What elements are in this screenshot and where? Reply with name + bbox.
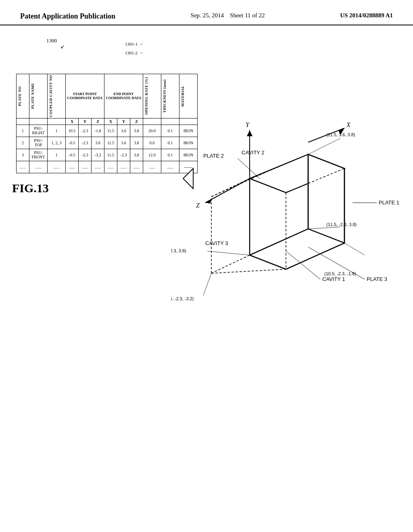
publication-date: Sep. 25, 2014 [191, 12, 224, 19]
cell-sy-3: -2.3 [79, 149, 92, 161]
annotation-2: 1301-2 ← [125, 50, 144, 55]
cell-opening-3: 12.0 [143, 149, 161, 161]
coord-2-label: (11.5, -2.3, 3.8) [326, 222, 357, 227]
cell-cavity-3: 1 [48, 149, 66, 161]
cell-ey-2: 3.6 [117, 137, 130, 149]
cell-sy-2: -2.3 [79, 137, 92, 149]
coord-3-label: (-0.5, -2.3, 3.8) [171, 248, 186, 253]
cell-plate-no-3: 3 [17, 149, 29, 161]
cell-opening-2: 0.0 [143, 137, 161, 149]
coord-4-label: (-0.5, -2.3, -3.2) [171, 296, 194, 301]
coord-5-label: (10.5, -2.3, -1.8) [324, 271, 356, 276]
col-header-plate-name: PLATE NAME [29, 74, 48, 118]
svg-line-30 [207, 251, 250, 255]
diagram-section: X Y Z [171, 50, 405, 352]
cell-plate-name-3: PSU-FRONT [29, 149, 48, 161]
svg-marker-4 [247, 130, 252, 136]
ref-number: 1300 [46, 37, 57, 44]
cell-ez-2: 3.8 [130, 137, 143, 149]
main-content: 1300 ↙ 1301-1 ← 1301-2 ← PLATE NO [0, 25, 413, 209]
col-header-sx: X [66, 118, 79, 125]
col-header-opening: OPENING RATE [%] [143, 74, 161, 118]
col-header-sz: Z [92, 118, 104, 125]
svg-line-25 [238, 158, 260, 179]
cell-sz-3: -3.2 [92, 149, 104, 161]
cell-sz-2: 3.8 [92, 137, 104, 149]
cell-sy-1: -2.3 [79, 125, 92, 137]
cell-ex-1: 11.5 [104, 125, 117, 137]
table-row: 2 PSU-TOP 1, 2, 3 -0.5 -2.3 3.8 11.5 3.6… [17, 137, 198, 149]
col-header-sy: Y [79, 118, 92, 125]
cell-opening-1: 20.0 [143, 125, 161, 137]
patent-number: US 2014/0288889 A1 [340, 12, 393, 19]
cell-cavity-1: 1 [48, 125, 66, 137]
cell-ey-1: 3.6 [117, 125, 130, 137]
left-section: 1300 ↙ 1301-1 ← 1301-2 ← PLATE NO [12, 37, 198, 201]
cell-sx-3: -0.5 [66, 149, 79, 161]
cell-ez-1: 3.8 [130, 125, 143, 137]
plate2-label: PLATE 2 [203, 153, 224, 159]
sheet-info: Sheet 11 of 22 [230, 12, 265, 19]
svg-marker-0 [183, 168, 193, 189]
cell-ex-2: 11.5 [104, 137, 117, 149]
cell-sz-1: -1.8 [92, 125, 104, 137]
cell-ey-3: -2.3 [117, 149, 130, 161]
svg-marker-8 [308, 154, 344, 243]
svg-line-32 [344, 243, 365, 255]
cell-ex-3: 11.5 [104, 149, 117, 161]
page-header: Patent Application Publication Sep. 25, … [0, 0, 413, 25]
col-header-cavity-no: COUPLED CAVITY NO [48, 74, 66, 118]
svg-line-23 [211, 269, 286, 273]
data-table: PLATE NO PLATE NAME COUPLED CAVITY NO ST… [16, 74, 198, 173]
svg-line-18 [211, 255, 250, 273]
publication-date-sheet: Sep. 25, 2014 Sheet 11 of 22 [191, 12, 265, 19]
plate3-label: PLATE 3 [367, 276, 387, 282]
cell-plate-name-1: PSU-RIGHT [29, 125, 48, 137]
svg-line-12 [250, 255, 286, 269]
svg-line-10 [250, 229, 308, 255]
svg-line-13 [286, 243, 344, 269]
svg-line-27 [286, 251, 320, 279]
axis-y-label: Y [246, 121, 250, 128]
cavity2-label: CAVITY 2 [242, 150, 265, 156]
col-header-start-point: START POINTCOORDINATE DATA [66, 74, 104, 118]
table-row: 3 PSU-FRONT 1 -0.5 -2.3 -3.2 11.5 -2.3 3… [17, 149, 198, 161]
annotation-1: 1301-1 ← [125, 42, 144, 46]
coord-1-label: (11.5, 3.6, 3.8) [326, 132, 355, 137]
cell-plate-no-2: 2 [17, 137, 29, 149]
col-header-ex: X [104, 118, 117, 125]
plate1-label: PLATE 1 [379, 200, 399, 206]
col-header-ez: Z [130, 118, 143, 125]
cell-sx-1: 10.5 [66, 125, 79, 137]
col-header-end-point: END POINTCOORDINATE DATA [104, 74, 143, 118]
cavity3-label: CAVITY 3 [205, 240, 228, 246]
axis-x-label: X [346, 121, 351, 128]
col-header-ey: Y [117, 118, 130, 125]
axis-z-label: Z [196, 202, 200, 209]
svg-line-31 [203, 273, 211, 295]
cavity1-label: CAVITY 1 [322, 276, 345, 282]
publication-title: Patent Application Publication [20, 12, 115, 21]
table-row-dots: ...... ...... ...... ...... ...... .....… [17, 161, 198, 173]
cell-sx-2: -0.5 [66, 137, 79, 149]
cell-ez-3: 3.8 [130, 149, 143, 161]
cell-plate-name-2: PSU-TOP [29, 137, 48, 149]
3d-diagram-svg: X Y Z [171, 50, 405, 352]
table-row: 1 PSU-RIGHT 1 10.5 -2.3 -1.8 11.5 3.6 3.… [17, 125, 198, 137]
figure-label: FIG.13 [12, 181, 198, 195]
col-header-plate-no: PLATE NO [17, 74, 29, 118]
cell-plate-no-1: 1 [17, 125, 29, 137]
cell-cavity-2: 1, 2, 3 [48, 137, 66, 149]
